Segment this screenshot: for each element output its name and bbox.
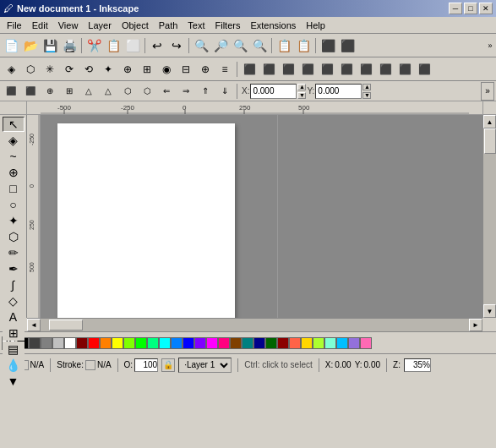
ellipse-tool[interactable]: ○	[3, 197, 25, 212]
color-swatch-12[interactable]	[159, 337, 171, 349]
toolbar2-btn-15[interactable]: ⬛	[279, 60, 297, 79]
toolbar2-btn-20[interactable]: ⬛	[376, 60, 395, 79]
gradient-tool[interactable]: ▤	[3, 341, 25, 357]
toolbar2-btn-6[interactable]: ⊕	[118, 60, 137, 79]
opacity-input[interactable]	[134, 358, 158, 372]
color-swatch-7[interactable]	[100, 337, 112, 349]
eyedropper-tool[interactable]: 💧	[3, 358, 25, 373]
color-swatch-14[interactable]	[183, 337, 194, 349]
toolbar1-btn-13[interactable]: 🔎	[211, 36, 230, 55]
toolbar1-btn-17[interactable]: 📋	[275, 36, 293, 55]
pen-tool[interactable]: ✒	[3, 261, 25, 276]
toolbar1-btn-9[interactable]: ↩	[148, 36, 166, 55]
toolbar1-btn-0[interactable]: 📄	[2, 36, 20, 55]
menu-item-filters[interactable]: Filters	[210, 19, 246, 32]
x-input[interactable]	[250, 84, 297, 99]
color-swatch-13[interactable]	[171, 337, 183, 349]
x-up-btn[interactable]: ▲	[297, 84, 306, 90]
toolbar1-btn-6[interactable]: 📋	[104, 36, 123, 55]
toolbar1-btn-3[interactable]: 🖨️	[60, 36, 79, 55]
color-swatch-27[interactable]	[336, 337, 348, 349]
color-swatch-23[interactable]	[289, 337, 301, 349]
toolbar1-btn-21[interactable]: ⬛	[338, 36, 357, 55]
toolbar1-overflow[interactable]: »	[486, 36, 494, 55]
color-swatch-25[interactable]	[313, 337, 324, 349]
text-tool[interactable]: A	[3, 309, 25, 325]
canvas-area[interactable]: -250 0 250 500	[27, 115, 482, 318]
color-swatch-26[interactable]	[324, 337, 336, 349]
color-swatch-17[interactable]	[218, 337, 230, 349]
pencil-tool[interactable]: ✏	[3, 245, 25, 260]
tweak-tool[interactable]: ~	[3, 149, 25, 164]
scroll-track-horizontal[interactable]	[41, 319, 469, 331]
toolbar2-btn-18[interactable]: ⬛	[337, 60, 356, 79]
toolbar2-btn-8[interactable]: ◉	[157, 60, 176, 79]
menu-item-path[interactable]: Path	[154, 19, 183, 32]
color-swatch-9[interactable]	[123, 337, 135, 349]
toolbar2-btn-19[interactable]: ⬛	[357, 60, 375, 79]
bucket-tool[interactable]: ◇	[3, 293, 25, 309]
toolbar1-btn-12[interactable]: 🔍	[192, 36, 210, 55]
scroll-up-button[interactable]: ▲	[483, 115, 496, 128]
toolbar2-btn-5[interactable]: ✦	[99, 60, 117, 79]
x-down-btn[interactable]: ▼	[297, 92, 306, 99]
toolbar2-btn-13[interactable]: ⬛	[240, 60, 259, 79]
color-swatch-16[interactable]	[206, 337, 218, 349]
color-swatch-19[interactable]	[242, 337, 253, 349]
scroll-thumb-vertical[interactable]	[484, 128, 496, 154]
toolbar1-btn-14[interactable]: 🔍	[231, 36, 249, 55]
maximize-button[interactable]: □	[464, 3, 477, 14]
toolbar1-btn-15[interactable]: 🔍	[250, 36, 269, 55]
zoom-tool[interactable]: ⊕	[3, 165, 25, 180]
toolbar1-btn-7[interactable]: ⬜	[123, 36, 142, 55]
color-swatch-20[interactable]	[253, 337, 265, 349]
color-swatch-1[interactable]	[29, 337, 41, 349]
toolbar2-btn-22[interactable]: ⬛	[415, 60, 433, 79]
opacity-icon[interactable]: 🔒	[161, 358, 175, 372]
toolbar2-btn-2[interactable]: ✳	[41, 60, 59, 79]
zoom-input[interactable]	[404, 358, 431, 372]
canvas-scroll-area[interactable]	[41, 115, 482, 318]
menu-item-text[interactable]: Text	[183, 19, 210, 32]
toolbar2-btn-11[interactable]: ≡	[215, 60, 234, 79]
scroll-track-vertical[interactable]	[483, 128, 496, 304]
toolbar2-btn-4[interactable]: ⟲	[79, 60, 98, 79]
menu-item-file[interactable]: File	[2, 19, 27, 32]
scroll-left-button[interactable]: ◄	[27, 319, 41, 331]
menu-item-layer[interactable]: Layer	[83, 19, 117, 32]
connector-tool[interactable]: ⊞	[3, 325, 25, 341]
toolbar1-btn-10[interactable]: ↪	[167, 36, 186, 55]
y-input[interactable]	[315, 84, 362, 99]
color-swatch-10[interactable]	[135, 337, 147, 349]
scroll-thumb-horizontal[interactable]	[49, 320, 83, 331]
color-swatch-6[interactable]	[88, 337, 100, 349]
color-swatch-2[interactable]	[41, 337, 52, 349]
toolbar1-btn-1[interactable]: 📂	[21, 36, 40, 55]
coords-overflow[interactable]: »	[481, 82, 494, 101]
toolbar2-btn-9[interactable]: ⊟	[177, 60, 195, 79]
color-swatch-24[interactable]	[301, 337, 313, 349]
layer-select[interactable]: ·Layer 1	[178, 358, 232, 373]
toolbar2-btn-10[interactable]: ⊕	[196, 60, 215, 79]
toolbar1-btn-5[interactable]: ✂️	[84, 36, 103, 55]
calligraphy-tool[interactable]: ∫	[3, 277, 25, 292]
color-swatch-21[interactable]	[265, 337, 277, 349]
toolbar2-btn-16[interactable]: ⬛	[298, 60, 317, 79]
toolbar2-btn-0[interactable]: ◈	[2, 60, 20, 79]
toolbar2-btn-1[interactable]: ⬡	[21, 60, 40, 79]
toolbar2-btn-7[interactable]: ⊞	[138, 60, 156, 79]
color-swatch-15[interactable]	[194, 337, 206, 349]
minimize-button[interactable]: ─	[449, 3, 462, 14]
scroll-right-button[interactable]: ►	[469, 319, 482, 331]
color-swatch-22[interactable]	[277, 337, 289, 349]
toolbar1-btn-18[interactable]: 📋	[294, 36, 313, 55]
menu-item-extensions[interactable]: Extensions	[245, 19, 301, 32]
node-tool[interactable]: ◈	[3, 133, 25, 148]
toolbar1-btn-2[interactable]: 💾	[41, 36, 59, 55]
color-swatch-5[interactable]	[76, 337, 88, 349]
select-tool[interactable]: ↖	[3, 117, 25, 132]
menu-item-view[interactable]: View	[53, 19, 84, 32]
star-tool[interactable]: ✦	[3, 213, 25, 228]
color-swatch-28[interactable]	[348, 337, 360, 349]
color-swatch-4[interactable]	[64, 337, 76, 349]
